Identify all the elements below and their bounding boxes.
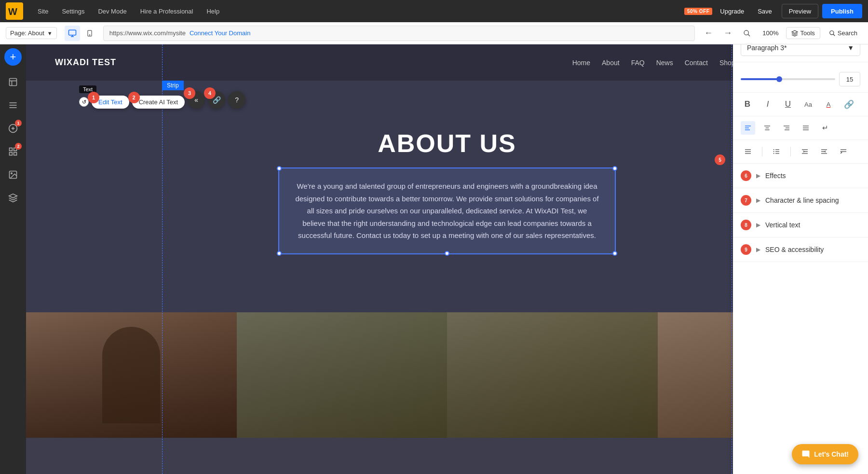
font-size-input[interactable]: 15 <box>839 72 860 86</box>
align-right-button[interactable] <box>779 121 794 135</box>
undo-button[interactable]: ← <box>701 26 716 41</box>
site-logo: WIXADI TEST <box>55 57 116 68</box>
wix-apps-badge: 2 <box>15 143 22 150</box>
step-5-badge: 5 <box>715 154 725 165</box>
resize-handle-tr[interactable] <box>612 166 617 171</box>
nav-about[interactable]: About <box>602 59 620 67</box>
indent-left-button[interactable] <box>817 145 831 158</box>
svg-rect-23 <box>14 153 17 155</box>
create-ai-text-button[interactable]: Create AI Text <box>132 96 185 109</box>
step-8-badge: 8 <box>741 220 751 230</box>
character-spacing-row[interactable]: 7 ▶ Character & line spacing <box>733 188 868 213</box>
step-6-badge: 6 <box>741 170 751 181</box>
wix-apps-button[interactable]: 2 <box>2 141 24 162</box>
image-panel-2 <box>237 312 448 438</box>
tools-button[interactable]: Tools <box>786 27 820 39</box>
line-break-button[interactable]: ↵ <box>818 121 832 135</box>
resize-handle-br[interactable] <box>612 251 617 256</box>
nav-contact[interactable]: Contact <box>685 59 708 67</box>
top-menu: Site Settings Dev Mode Hire a Profession… <box>31 0 684 22</box>
align-left-button[interactable] <box>741 121 755 135</box>
help-icon-button[interactable]: ? <box>228 91 245 109</box>
menu-site[interactable]: Site <box>31 0 55 22</box>
chevron-down-icon: ▼ <box>47 30 53 36</box>
vertical-text-row[interactable]: 8 ▶ Vertical text <box>733 213 868 237</box>
vertical-text-chevron-icon: ▶ <box>756 222 760 228</box>
site-menu-button[interactable] <box>2 95 24 116</box>
chat-button[interactable]: Let's Chat! <box>792 444 858 464</box>
image-overlay-1 <box>26 312 237 438</box>
italic-button[interactable]: I <box>761 98 774 111</box>
apps-button[interactable]: 1 <box>2 118 24 139</box>
wix-logo[interactable]: W <box>6 2 23 20</box>
menu-hire[interactable]: Hire a Professional <box>134 0 200 22</box>
step-5-badge-container: 5 <box>715 154 725 165</box>
character-spacing-label: Character & line spacing <box>765 196 860 204</box>
step-3-wrapper: 3 « <box>188 91 205 109</box>
search-button[interactable]: Search <box>824 28 862 39</box>
page-selector[interactable]: Page: About ▼ <box>6 27 57 39</box>
preview-button[interactable]: Preview <box>782 4 818 18</box>
pages-panel-button[interactable] <box>2 71 24 93</box>
strip-label[interactable]: Strip <box>162 81 184 90</box>
chevron-down-icon: ▼ <box>847 44 854 52</box>
resize-handle-tl[interactable] <box>277 166 282 171</box>
text-color-button[interactable]: A <box>822 98 835 111</box>
align-justify-button[interactable] <box>799 121 813 135</box>
upgrade-button[interactable]: Upgrade <box>716 8 748 15</box>
chat-label: Let's Chat! <box>814 450 849 458</box>
seo-row[interactable]: 9 ▶ SEO & accessibility <box>733 237 868 262</box>
media-button[interactable] <box>2 164 24 185</box>
desktop-icon[interactable] <box>65 26 80 41</box>
top-bar-right: 50% OFF Upgrade Save Preview Publish <box>684 4 862 18</box>
nav-news[interactable]: News <box>656 59 673 67</box>
rotate-handle[interactable]: ↺ <box>79 97 89 107</box>
domain-url: https://www.wix.com/mysite <box>109 29 186 37</box>
mobile-icon[interactable] <box>82 26 97 41</box>
bold-button[interactable]: B <box>741 98 754 111</box>
resize-handle-bl[interactable] <box>277 251 282 256</box>
format-row: B I U Aa A 🔗 <box>733 93 868 116</box>
font-size-slider[interactable] <box>741 78 835 80</box>
svg-rect-11 <box>10 79 17 86</box>
redo-button[interactable]: → <box>720 26 735 41</box>
nav-faq[interactable]: FAQ <box>631 59 645 67</box>
guide-line-left <box>162 44 163 474</box>
create-ai-text-wrapper: 2 Create AI Text <box>132 96 185 109</box>
save-button[interactable]: Save <box>752 4 778 18</box>
resize-handle-bc[interactable] <box>445 251 449 256</box>
text-content-box[interactable]: We're a young and talented group of entr… <box>278 167 616 254</box>
list-none-button[interactable] <box>741 145 755 158</box>
indent-right-button[interactable] <box>798 145 812 158</box>
second-bar: Page: About ▼ https://www.wix.com/mysite… <box>0 22 868 44</box>
menu-devmode[interactable]: Dev Mode <box>91 0 133 22</box>
text-case-button[interactable]: Aa <box>801 98 815 111</box>
connect-domain-link[interactable]: Connect Your Domain <box>190 29 250 37</box>
svg-point-45 <box>773 149 774 150</box>
list-bullet-button[interactable] <box>769 145 784 158</box>
components-button[interactable] <box>2 187 24 209</box>
vertical-text-label: Vertical text <box>765 221 860 229</box>
nav-home[interactable]: Home <box>572 59 590 67</box>
step-7-badge: 7 <box>741 195 751 206</box>
add-element-button[interactable]: + <box>4 48 22 66</box>
text-link-button[interactable]: 🔗 <box>842 98 855 111</box>
align-center-button[interactable] <box>760 121 774 135</box>
zoom-level[interactable]: 100% <box>759 29 782 37</box>
text-settings-panel: Text Settings ? ✕ Themes Save Theme Para… <box>733 0 868 474</box>
svg-line-10 <box>833 34 835 36</box>
domain-bar: https://www.wix.com/mysite Connect Your … <box>103 26 695 41</box>
page-name: Page: About <box>10 29 44 37</box>
effects-label: Effects <box>765 172 860 180</box>
underline-button[interactable]: U <box>781 98 795 111</box>
effects-row[interactable]: 6 ▶ Effects <box>733 164 868 188</box>
font-size-row: 15 <box>741 72 860 86</box>
seo-chevron-icon: ▶ <box>756 246 760 253</box>
align-row: ↵ <box>733 116 868 140</box>
svg-text:W: W <box>8 6 17 17</box>
publish-button[interactable]: Publish <box>822 4 862 18</box>
step-3-badge: 3 <box>184 87 195 99</box>
menu-help[interactable]: Help <box>200 0 226 22</box>
rtl-button[interactable] <box>836 145 851 158</box>
menu-settings[interactable]: Settings <box>55 0 91 22</box>
